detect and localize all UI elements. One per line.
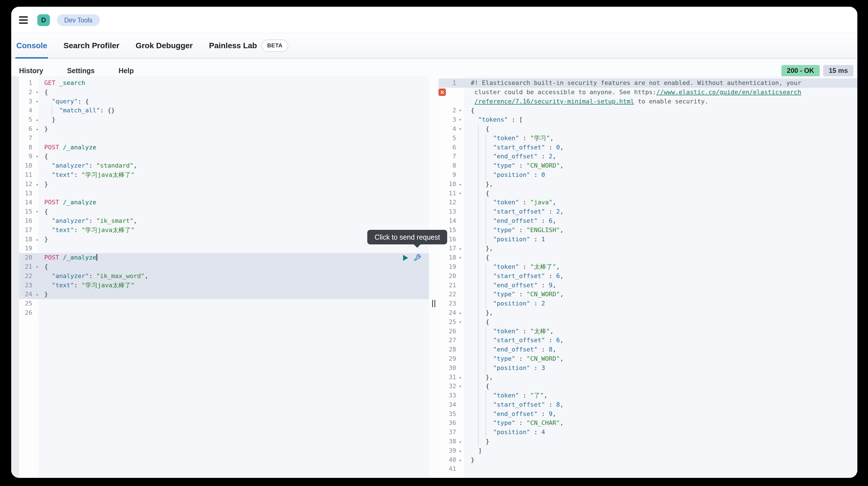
code-text[interactable] xyxy=(40,189,429,198)
tab-grok-debugger[interactable]: Grok Debugger xyxy=(135,33,194,58)
code-text[interactable] xyxy=(40,134,429,143)
code-text[interactable]: "start_offset" : 2, xyxy=(467,207,857,216)
code-text[interactable]: "position" : 3 xyxy=(467,363,857,373)
code-text[interactable]: { xyxy=(40,207,429,216)
tab-search-profiler[interactable]: Search Profiler xyxy=(63,33,120,58)
code-text[interactable]: "end_offset" : 9, xyxy=(467,410,857,419)
code-text[interactable]: "text": "学习java太棒了" xyxy=(40,281,429,290)
menu-item-history[interactable]: History xyxy=(19,67,43,75)
request-editor[interactable]: 1GET _search2▾{3▾ "query": {4 "match_all… xyxy=(19,76,429,478)
code-text[interactable]: "position" : 2 xyxy=(467,299,857,308)
code-text[interactable]: POST /_analyze xyxy=(40,143,429,152)
code-text[interactable]: { xyxy=(40,152,429,161)
code-text[interactable]: "type" : "CN_WORD", xyxy=(467,161,857,170)
fold-close-icon[interactable]: ▴ xyxy=(34,124,40,134)
code-text[interactable]: { xyxy=(40,262,429,271)
code-text[interactable]: "tokens" : [ xyxy=(467,115,857,124)
pane-resizer[interactable] xyxy=(432,300,435,307)
fold-open-icon[interactable]: ▾ xyxy=(458,318,467,327)
code-text[interactable] xyxy=(467,464,857,474)
code-text[interactable]: } xyxy=(40,115,429,124)
fold-open-icon[interactable]: ▾ xyxy=(458,106,467,115)
code-text[interactable]: #! Elasticsearch built-in security featu… xyxy=(467,78,857,88)
code-text[interactable]: }, xyxy=(467,373,857,382)
fold-close-icon[interactable]: ▴ xyxy=(458,373,467,382)
code-text[interactable]: /reference/7.16/security-minimal-setup.h… xyxy=(467,97,857,106)
code-text[interactable]: { xyxy=(467,124,857,134)
fold-close-icon[interactable]: ▴ xyxy=(34,115,40,124)
fold-open-icon[interactable]: ▾ xyxy=(34,88,40,97)
code-text[interactable]: }, xyxy=(467,244,857,253)
code-text[interactable]: "query": { xyxy=(40,97,429,106)
code-text[interactable]: "type" : "CN_WORD", xyxy=(467,290,857,299)
fold-close-icon[interactable]: ▴ xyxy=(34,180,40,189)
fold-open-icon[interactable]: ▾ xyxy=(34,262,40,271)
fold-open-icon[interactable]: ▾ xyxy=(458,382,467,391)
code-text[interactable]: "match_all": {} xyxy=(40,106,429,115)
code-text[interactable]: } xyxy=(467,455,857,465)
code-text[interactable]: "type" : "ENGLISH", xyxy=(467,226,857,235)
code-text[interactable]: "end_offset" : 6, xyxy=(467,216,857,226)
menu-item-settings[interactable]: Settings xyxy=(67,67,95,75)
fold-open-icon[interactable]: ▾ xyxy=(34,207,40,216)
fold-close-icon[interactable]: ▴ xyxy=(458,437,467,446)
fold-open-icon[interactable]: ▾ xyxy=(34,97,40,106)
menu-item-help[interactable]: Help xyxy=(119,67,134,75)
breadcrumb[interactable]: Dev Tools xyxy=(57,14,100,26)
code-text[interactable]: { xyxy=(40,88,429,97)
code-text[interactable]: cluster could be accessible to anyone. S… xyxy=(467,88,857,97)
fold-close-icon[interactable]: ▴ xyxy=(34,290,40,299)
response-viewer[interactable]: 1#! Elasticsearch built-in security feat… xyxy=(438,76,857,478)
code-text[interactable]: { xyxy=(467,106,857,115)
code-text[interactable] xyxy=(40,244,429,253)
code-text[interactable]: }, xyxy=(467,308,857,318)
code-text[interactable]: "token" : "太棒了", xyxy=(467,262,857,271)
code-text[interactable]: } xyxy=(40,180,429,189)
code-text[interactable]: "type" : "CN_CHAR", xyxy=(467,418,857,428)
code-text[interactable]: } xyxy=(40,290,429,299)
code-text[interactable]: "token" : "java", xyxy=(467,198,857,207)
code-text[interactable]: GET _search xyxy=(40,78,429,88)
code-text[interactable]: } xyxy=(467,437,857,446)
request-options-button[interactable] xyxy=(413,254,421,261)
fold-open-icon[interactable]: ▾ xyxy=(458,124,467,134)
code-text[interactable]: "analyzer": "standard", xyxy=(40,161,429,170)
code-text[interactable]: "position" : 1 xyxy=(467,235,857,244)
code-text[interactable] xyxy=(40,299,429,308)
code-text[interactable]: "end_offset" : 9, xyxy=(467,281,857,290)
fold-close-icon[interactable]: ▴ xyxy=(34,235,40,244)
fold-close-icon[interactable]: ▴ xyxy=(458,446,467,455)
code-text[interactable]: "type" : "CN_WORD", xyxy=(467,354,857,363)
code-text[interactable]: "start_offset" : 6, xyxy=(467,271,857,281)
fold-close-icon[interactable]: ▴ xyxy=(458,455,467,465)
fold-close-icon[interactable]: ▴ xyxy=(458,180,467,189)
tab-console[interactable]: Console xyxy=(16,33,48,58)
code-text[interactable]: "end_offset" : 2, xyxy=(467,152,857,161)
fold-open-icon[interactable]: ▾ xyxy=(458,115,467,124)
code-text[interactable]: "token" : "了", xyxy=(467,391,857,400)
code-text[interactable]: "token" : "学习", xyxy=(467,134,857,143)
space-avatar[interactable]: D xyxy=(37,14,50,26)
code-text[interactable]: "position" : 4 xyxy=(467,428,857,437)
code-text[interactable]: POST /_analyze xyxy=(40,253,429,262)
code-text[interactable]: } xyxy=(40,124,429,134)
code-text[interactable]: { xyxy=(467,318,857,327)
fold-close-icon[interactable]: ▴ xyxy=(458,308,467,318)
code-text[interactable]: "start_offset" : 8, xyxy=(467,400,857,410)
hamburger-menu-icon[interactable] xyxy=(19,12,34,27)
code-text[interactable]: "position" : 0 xyxy=(467,170,857,180)
code-text[interactable]: }, xyxy=(467,180,857,189)
code-text[interactable]: "token" : "太棒", xyxy=(467,327,857,336)
code-text[interactable]: "analyzer": "ik_max_word", xyxy=(40,271,429,281)
code-text[interactable]: ] xyxy=(467,446,857,455)
fold-open-icon[interactable]: ▾ xyxy=(34,152,40,161)
code-text[interactable]: "start_offset" : 0, xyxy=(467,143,857,152)
code-text[interactable]: "end_offset" : 8, xyxy=(467,345,857,354)
fold-close-icon[interactable]: ▴ xyxy=(458,244,467,253)
fold-open-icon[interactable]: ▾ xyxy=(458,189,467,198)
code-text[interactable]: { xyxy=(467,189,857,198)
code-text[interactable]: "start_offset" : 6, xyxy=(467,336,857,345)
code-text[interactable]: "text": "学习java太棒了" xyxy=(40,170,429,180)
send-request-button[interactable] xyxy=(402,254,409,261)
code-text[interactable]: POST /_analyze xyxy=(40,198,429,207)
